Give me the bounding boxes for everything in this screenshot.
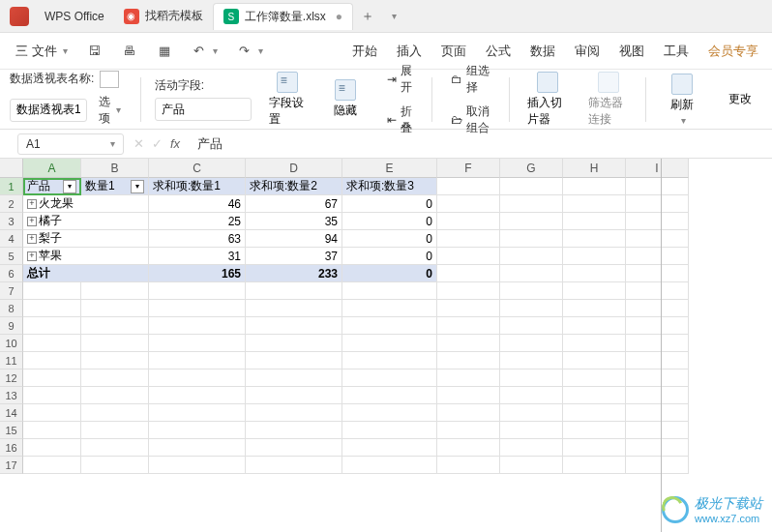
cell[interactable]: 产品▾ (23, 178, 81, 195)
cell[interactable] (23, 387, 81, 404)
cell[interactable]: 35 (246, 213, 342, 230)
cell[interactable]: 总计 (23, 265, 149, 282)
cell[interactable] (149, 422, 246, 439)
cell[interactable] (563, 439, 626, 457)
name-box[interactable]: A1 ▾ (17, 133, 124, 155)
cell[interactable]: 31 (149, 248, 246, 265)
cell[interactable]: 63 (149, 230, 246, 248)
cell[interactable]: 67 (246, 195, 342, 213)
row-header-14[interactable]: 14 (0, 404, 23, 422)
row-header-17[interactable]: 17 (0, 457, 23, 474)
cell[interactable]: +火龙果 (23, 195, 149, 213)
cell[interactable] (342, 439, 437, 457)
undo-button[interactable]: ↶▾ (184, 40, 225, 63)
cell[interactable] (149, 352, 246, 369)
new-tab-button[interactable]: ＋ (353, 8, 382, 25)
cell[interactable] (437, 195, 500, 213)
cell[interactable] (81, 439, 149, 457)
cell[interactable] (342, 352, 437, 369)
menu-tab-review[interactable]: 审阅 (575, 43, 600, 60)
tab-templates[interactable]: ◉ 找稻壳模板 (114, 3, 213, 30)
cell[interactable] (563, 335, 626, 352)
cell[interactable] (626, 178, 689, 195)
cell[interactable] (563, 248, 626, 265)
field-settings-button[interactable]: 字段设置 (265, 70, 310, 130)
cell[interactable] (149, 317, 246, 335)
cell[interactable] (563, 352, 626, 369)
cell[interactable]: 25 (149, 213, 246, 230)
print-button[interactable]: 🖶 (114, 40, 145, 63)
cell[interactable] (23, 300, 81, 317)
cell[interactable] (246, 387, 342, 404)
cell[interactable] (500, 387, 563, 404)
cell[interactable] (342, 404, 437, 422)
cell[interactable]: 46 (149, 195, 246, 213)
cell[interactable]: 0 (342, 265, 437, 282)
cell[interactable] (81, 422, 149, 439)
cell[interactable] (626, 352, 689, 369)
row-header-16[interactable]: 16 (0, 439, 23, 457)
cell[interactable] (500, 335, 563, 352)
cell[interactable]: +苹果 (23, 248, 149, 265)
cell[interactable] (626, 404, 689, 422)
cell[interactable] (626, 439, 689, 457)
cell[interactable] (246, 404, 342, 422)
cell[interactable] (23, 352, 81, 369)
cell[interactable] (626, 195, 689, 213)
column-header-A[interactable]: A (23, 159, 81, 178)
cell[interactable] (500, 178, 563, 195)
enter-icon[interactable]: ✓ (152, 136, 163, 151)
cell[interactable] (246, 300, 342, 317)
row-header-2[interactable]: 2 (0, 195, 23, 213)
cell[interactable]: 求和项:数量3 (342, 178, 437, 195)
cell[interactable] (437, 335, 500, 352)
pivot-options-button[interactable]: 选项▾ (93, 92, 127, 129)
cell[interactable] (500, 300, 563, 317)
insert-slicer-button[interactable]: 插入切片器 (523, 70, 571, 130)
cell[interactable] (563, 369, 626, 387)
cell[interactable]: +橘子 (23, 213, 149, 230)
menu-tab-start[interactable]: 开始 (352, 43, 377, 60)
cell[interactable] (437, 248, 500, 265)
cell[interactable] (500, 422, 563, 439)
cell[interactable] (437, 352, 500, 369)
menu-tab-insert[interactable]: 插入 (397, 43, 422, 60)
column-header-D[interactable]: D (246, 159, 342, 178)
cell[interactable] (563, 282, 626, 300)
cell[interactable] (246, 439, 342, 457)
cell[interactable] (500, 265, 563, 282)
cell[interactable] (437, 213, 500, 230)
cell[interactable] (342, 457, 437, 474)
cell[interactable] (437, 387, 500, 404)
cell[interactable] (246, 335, 342, 352)
pivot-name-input[interactable] (10, 99, 87, 122)
cell[interactable] (246, 369, 342, 387)
column-header-B[interactable]: B (81, 159, 149, 178)
save-button[interactable]: 🖫 (79, 40, 110, 63)
cell[interactable]: +梨子 (23, 230, 149, 248)
cell[interactable] (563, 213, 626, 230)
cell[interactable] (149, 282, 246, 300)
cell[interactable] (500, 213, 563, 230)
cell[interactable] (500, 248, 563, 265)
cell[interactable]: 94 (246, 230, 342, 248)
refresh-button[interactable]: 刷新▾ (660, 72, 704, 128)
row-header-6[interactable]: 6 (0, 265, 23, 282)
filter-connections-button[interactable]: 筛选器连接 (584, 70, 632, 130)
cell[interactable] (149, 335, 246, 352)
cell[interactable] (563, 178, 626, 195)
row-header-8[interactable]: 8 (0, 300, 23, 317)
cell[interactable] (500, 195, 563, 213)
row-header-13[interactable]: 13 (0, 387, 23, 404)
cell[interactable] (563, 230, 626, 248)
cell[interactable] (437, 439, 500, 457)
tab-workbook-active[interactable]: S 工作簿数量.xlsx ● (213, 3, 353, 30)
cell[interactable] (23, 439, 81, 457)
cell[interactable] (563, 265, 626, 282)
cell[interactable] (342, 300, 437, 317)
cell[interactable]: 0 (342, 248, 437, 265)
cell[interactable] (149, 300, 246, 317)
cell[interactable] (563, 404, 626, 422)
cell[interactable] (81, 457, 149, 474)
column-header-H[interactable]: H (563, 159, 626, 178)
